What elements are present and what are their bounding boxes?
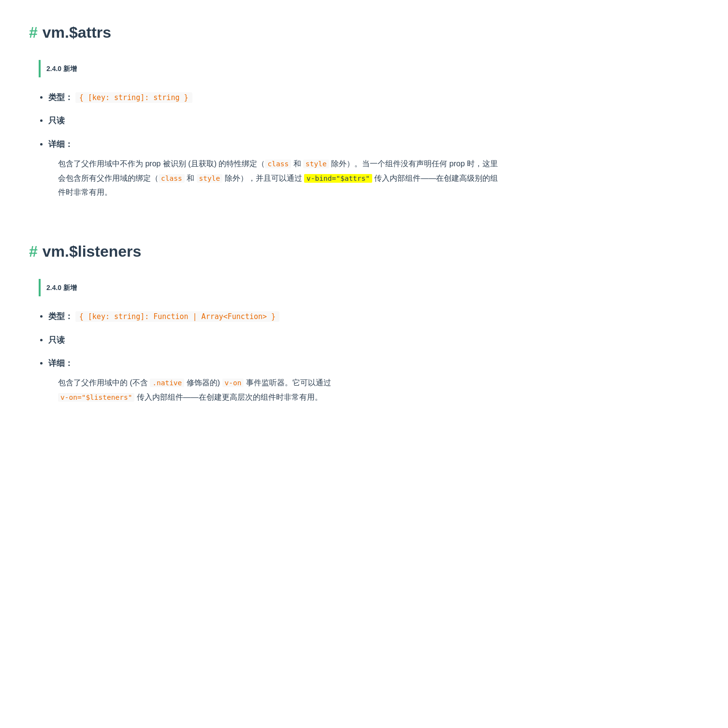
code-v-bind-attrs: v-bind="$attrs" <box>304 174 372 183</box>
prop-detail-listeners: 详细： 包含了父作用域中的 (不含 .native 修饰器的) v-on 事件监… <box>48 357 503 404</box>
prop-readonly-listeners: 只读 <box>48 334 503 348</box>
detail-label-attrs: 详细： <box>48 140 73 149</box>
detail-paragraph-listeners: 包含了父作用域中的 (不含 .native 修饰器的) v-on 事件监听器。它… <box>58 376 503 404</box>
prop-detail-attrs: 详细： 包含了父作用域中不作为 prop 被识别 (且获取) 的特性绑定（cla… <box>48 138 503 200</box>
version-badge-attrs: 2.4.0 新增 <box>39 60 503 77</box>
readonly-label-listeners: 只读 <box>48 335 65 345</box>
heading-hash-attrs: # <box>29 19 38 45</box>
type-value-listeners: { [key: string]: Function | Array<Functi… <box>75 311 279 322</box>
type-label-listeners: 类型： <box>48 312 73 321</box>
version-badge-listeners: 2.4.0 新增 <box>39 279 503 296</box>
section-vm-attrs: # vm.$attrs 2.4.0 新增 类型： { [key: string]… <box>29 19 503 200</box>
type-value-attrs: { [key: string]: string } <box>75 92 192 103</box>
heading-hash-listeners: # <box>29 238 38 264</box>
prop-type-attrs: 类型： { [key: string]: string } <box>48 91 503 105</box>
code-class-1: class <box>265 160 291 168</box>
code-v-on: v-on <box>222 379 244 387</box>
section-heading-attrs: # vm.$attrs <box>29 19 503 45</box>
code-class-2: class <box>159 174 185 183</box>
code-native: .native <box>150 379 184 387</box>
code-style-2: style <box>197 174 223 183</box>
readonly-label-attrs: 只读 <box>48 116 65 125</box>
version-text-listeners: 2.4.0 新增 <box>46 284 77 291</box>
version-text-attrs: 2.4.0 新增 <box>46 65 77 73</box>
prop-type-listeners: 类型： { [key: string]: Function | Array<Fu… <box>48 310 503 324</box>
detail-label-listeners: 详细： <box>48 359 73 368</box>
detail-content-attrs: 包含了父作用域中不作为 prop 被识别 (且获取) 的特性绑定（class 和… <box>58 157 503 200</box>
heading-title-listeners: vm.$listeners <box>43 238 142 264</box>
detail-paragraph-attrs: 包含了父作用域中不作为 prop 被识别 (且获取) 的特性绑定（class 和… <box>58 157 503 200</box>
prop-list-attrs: 类型： { [key: string]: string } 只读 详细： 包含了… <box>29 91 503 200</box>
code-style-1: style <box>303 160 329 168</box>
section-vm-listeners: # vm.$listeners 2.4.0 新增 类型： { [key: str… <box>29 238 503 404</box>
code-v-on-listeners: v-on="$listeners" <box>58 393 134 402</box>
prop-list-listeners: 类型： { [key: string]: Function | Array<Fu… <box>29 310 503 405</box>
type-label-attrs: 类型： <box>48 93 73 102</box>
section-heading-listeners: # vm.$listeners <box>29 238 503 264</box>
detail-content-listeners: 包含了父作用域中的 (不含 .native 修饰器的) v-on 事件监听器。它… <box>58 376 503 404</box>
heading-title-attrs: vm.$attrs <box>43 19 111 45</box>
prop-readonly-attrs: 只读 <box>48 114 503 128</box>
